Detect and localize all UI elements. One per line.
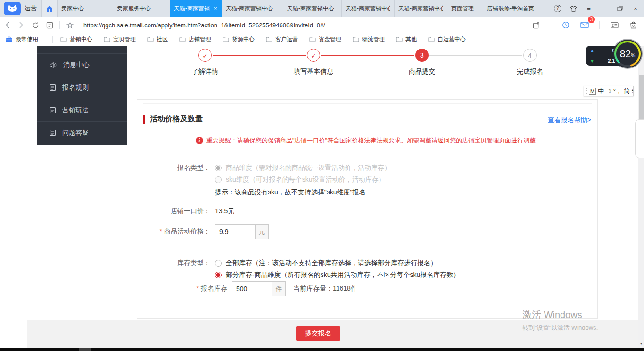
refresh-button[interactable] — [28, 18, 42, 32]
memory-usage-widget[interactable]: 82% — [613, 40, 642, 68]
taskbar-edge[interactable] — [0, 348, 644, 351]
folder-icon — [223, 37, 229, 42]
browser-window: 运营 卖家中心 卖家服务中心 天猫-商家营销× 天猫-商家营销中心 天猫-商家营… — [0, 0, 644, 351]
ime-punctuation-icon[interactable]: °， — [613, 87, 622, 95]
radio-partial-stock[interactable] — [215, 272, 222, 278]
briefcase-icon — [6, 36, 13, 42]
shirt-icon — [570, 6, 577, 12]
shopping-bag-icon[interactable] — [626, 18, 640, 32]
progress-steps: ✓ ✓ 3 4 了解详情 填写基本信息 商品提交 完成报名 — [137, 46, 598, 89]
tab[interactable]: 天猫-商家营销中心 — [283, 0, 342, 17]
share-icon[interactable] — [529, 18, 543, 32]
download-arrow-icon: ▼ — [590, 58, 594, 64]
address-bar: https://qgch.sale.tmall.com/apply/item.h… — [0, 17, 644, 33]
minimize-button[interactable]: – — [599, 3, 610, 14]
skin-button[interactable] — [568, 3, 579, 14]
help-button[interactable]: ? — [552, 3, 563, 14]
ime-mode-icon[interactable]: M — [589, 88, 596, 95]
bookmark-folder[interactable]: 物流管理 — [353, 35, 385, 43]
list-price-row: 店铺一口价： 13.5元 — [137, 207, 597, 216]
step-circle-done: ✓ — [198, 49, 212, 62]
step-connector — [213, 55, 306, 56]
side-panel-handle[interactable] — [635, 119, 644, 158]
folder-icon — [60, 37, 67, 42]
folder-icon — [266, 37, 272, 42]
bookmark-folder[interactable]: 店铺管理 — [179, 35, 211, 43]
restore-button[interactable] — [614, 3, 626, 14]
ime-status-bar[interactable]: M 中 ☽ °， 简 ▴▾ — [584, 86, 634, 96]
bookmark-folder[interactable]: 自运营中心 — [428, 35, 466, 43]
bookmark-folder[interactable]: 社区 — [147, 35, 168, 43]
unit-addon-yuan: 元 — [255, 224, 269, 239]
menu-button[interactable]: ≡ — [583, 3, 594, 14]
tab[interactable]: 天猫-商家营销中心 — [395, 0, 447, 17]
sidebar-item-marketing-play[interactable]: 营销玩法 — [37, 99, 127, 121]
bookmark-folder[interactable]: 营销中心 — [60, 35, 92, 43]
home-tab[interactable] — [41, 0, 58, 17]
ime-expand-icon[interactable]: ▴▾ — [632, 89, 633, 93]
mail-icon — [580, 22, 589, 28]
divider — [103, 302, 103, 319]
radio-label[interactable]: 全部库存（注：该活动不支持全部库存选择，请选择部分库存进行报名） — [226, 259, 437, 267]
close-window-button[interactable]: × — [630, 3, 641, 14]
stock-type-row2: 部分库存-商品维度（所有报名的sku共用活动库存，不区分每个sku报名库存数） — [137, 271, 597, 279]
divider — [599, 21, 600, 29]
step-connector — [429, 55, 522, 56]
tab[interactable]: 页面管理 — [447, 0, 483, 17]
current-stock-text: 当前库存量：11618件 — [293, 284, 357, 293]
ime-drag-handle[interactable] — [586, 88, 587, 94]
sidebar-item-message-center[interactable]: 消息中心 — [37, 54, 127, 76]
forward-button[interactable] — [14, 18, 28, 32]
apply-type-hint-row: 提示：该商品没有sku，故不支持选择"sku维度"报名 — [137, 188, 597, 197]
mail-button[interactable]: 3 — [578, 18, 592, 32]
card-panel-icon[interactable] — [607, 18, 621, 32]
back-button[interactable] — [0, 18, 14, 32]
url-text[interactable]: https://qgch.sale.tmall.com/apply/item.h… — [83, 22, 325, 29]
page-scrollbar[interactable]: ▼ — [638, 46, 644, 348]
sidebar-item-faq[interactable]: 问题答疑 — [37, 122, 127, 144]
divider — [52, 36, 53, 43]
apply-stock-input[interactable] — [232, 281, 272, 296]
bookmark-folder[interactable]: 其他 — [396, 35, 417, 43]
tmall-logo-icon[interactable] — [4, 2, 21, 15]
required-asterisk: * — [160, 227, 162, 235]
tab[interactable]: 天猫-商家营销中心 — [342, 0, 395, 17]
report-clock-icon[interactable] — [559, 18, 573, 32]
field-label: *商品活动价格： — [137, 227, 210, 236]
ime-fullwidth-moon-icon[interactable]: ☽ — [606, 88, 611, 95]
usage-percent: 82 — [620, 48, 631, 59]
bookmark-folder[interactable]: 宝贝管理 — [104, 35, 136, 43]
mail-badge: 3 — [588, 16, 595, 23]
favorite-star-icon[interactable] — [63, 18, 77, 32]
folder-icon — [396, 37, 403, 42]
radio-all-stock[interactable] — [215, 260, 222, 267]
divider — [59, 21, 60, 29]
tab[interactable]: 天猫-商家营销中心 — [222, 0, 283, 17]
divider — [551, 21, 551, 29]
tab-close-icon[interactable]: × — [214, 0, 217, 17]
ime-simplified-icon[interactable]: 简 — [624, 87, 630, 95]
activity-price-input[interactable] — [215, 224, 256, 239]
bookmark-folder[interactable]: 资金管理 — [309, 35, 341, 43]
bookmark-folder[interactable]: 客户运营 — [266, 35, 298, 43]
bookmark-most-used[interactable]: 最常使用 — [6, 35, 38, 43]
tab[interactable]: 卖家服务中心 — [113, 0, 170, 17]
tab-strip: 卖家中心 卖家服务中心 天猫-商家营销× 天猫-商家营销中心 天猫-商家营销中心… — [58, 0, 562, 17]
tab[interactable]: 卖家中心 — [58, 0, 113, 17]
radio-label[interactable]: 部分库存-商品维度（所有报名的sku共用活动库存，不区分每个sku报名库存数） — [226, 271, 460, 279]
field-label: 库存类型： — [137, 259, 210, 267]
submit-button[interactable]: 提交报名 — [296, 326, 340, 341]
reader-mode-icon[interactable] — [42, 18, 57, 32]
tab-active[interactable]: 天猫-商家营销× — [170, 0, 222, 17]
radio-item-dimension — [215, 165, 222, 171]
activity-price-row: *商品活动价格： 元 — [137, 224, 597, 239]
taskbar-segment — [79, 348, 91, 351]
folder-icon — [353, 37, 359, 42]
bookmark-folder[interactable]: 货源中心 — [223, 35, 255, 43]
help-link[interactable]: 查看报名帮助> — [548, 116, 591, 125]
document-icon — [50, 129, 56, 136]
sidebar-item-rules[interactable]: 报名规则 — [37, 76, 127, 99]
tab[interactable]: 店铺装修-手淘首页 — [483, 0, 562, 17]
ime-chinese-icon[interactable]: 中 — [598, 87, 604, 95]
scroll-down-arrow[interactable]: ▼ — [638, 342, 644, 346]
